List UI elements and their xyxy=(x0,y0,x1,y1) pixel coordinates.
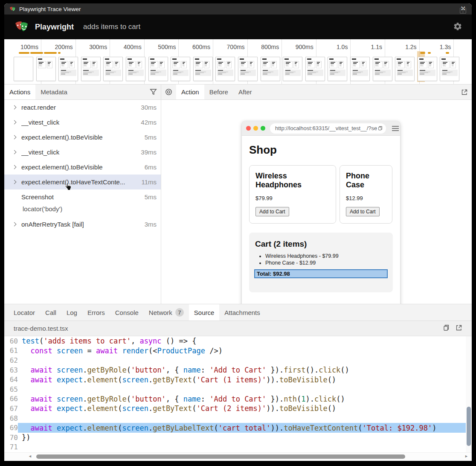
timeline-thumbnail[interactable] xyxy=(305,57,325,81)
timeline-tick-label: 600ms xyxy=(180,44,210,50)
tab-actions[interactable]: Actions xyxy=(4,84,35,99)
tab-network[interactable]: Network7 xyxy=(144,304,189,320)
action-label: expect.element().toHaveTextConte... xyxy=(21,178,139,186)
timeline-thumbnail[interactable] xyxy=(373,57,392,81)
code-token: />) xyxy=(205,347,223,355)
timeline-thumbnail[interactable] xyxy=(36,57,56,81)
details-tab-bar: LocatorCallLogErrorsConsoleNetwork7Sourc… xyxy=(4,304,472,321)
tab-label-attachments: Attachments xyxy=(224,309,260,316)
settings-gear-icon[interactable] xyxy=(453,22,462,33)
tab-attachments[interactable]: Attachments xyxy=(219,304,265,320)
tab-label-action: Action xyxy=(181,88,199,96)
cart-item: Phone Case - $12.99 xyxy=(265,260,388,266)
action-row[interactable]: expect.element().toBeVisible5ms xyxy=(4,130,161,145)
add-to-cart-button[interactable]: Add to Cart xyxy=(255,207,289,216)
timeline-strip[interactable]: 100ms200ms300ms400ms500ms600ms700ms800ms… xyxy=(4,39,472,84)
scroll-left-icon[interactable]: ◄ xyxy=(28,454,32,458)
copy-icon[interactable] xyxy=(443,324,450,333)
action-item[interactable]: onAfterRetryTask [fail]3ms xyxy=(4,217,161,232)
code-token: await xyxy=(30,366,52,374)
action-item[interactable]: expect.element().toBeVisible6ms xyxy=(4,160,161,175)
target-icon[interactable] xyxy=(161,84,176,99)
timeline-thumbnail[interactable] xyxy=(14,57,33,81)
code-token: name xyxy=(183,366,201,374)
code-token: . xyxy=(148,404,153,413)
tab-before[interactable]: Before xyxy=(204,84,233,99)
action-item[interactable]: react.render30ms xyxy=(4,100,161,115)
split-view-icon[interactable] xyxy=(459,7,467,16)
horizontal-scrollbar-thumb[interactable] xyxy=(36,454,405,459)
vertical-scrollbar-thumb[interactable] xyxy=(467,407,471,446)
timeline-thumbnail[interactable] xyxy=(81,57,101,81)
action-label: Screenshot xyxy=(21,193,142,201)
line-number: 69 xyxy=(4,424,18,432)
tab-metadata[interactable]: Metadata xyxy=(35,84,73,99)
tab-call[interactable]: Call xyxy=(40,304,61,320)
code-token: getByRole xyxy=(87,366,127,374)
timeline-thumbnail[interactable] xyxy=(215,57,235,81)
menu-icon[interactable] xyxy=(392,126,399,131)
action-row[interactable]: onAfterRetryTask [fail]3ms xyxy=(4,217,161,232)
action-row[interactable]: Screenshot5ms xyxy=(4,189,161,204)
action-item[interactable]: expect.element().toBeVisible5ms xyxy=(4,130,161,145)
action-row[interactable]: __vitest_click42ms xyxy=(4,115,161,130)
action-item[interactable]: expect.element().toHaveTextConte...11ms xyxy=(4,175,161,189)
vertical-scrollbar[interactable]: ▲ ▼ xyxy=(466,336,472,452)
timeline-thumbnail[interactable] xyxy=(328,57,347,81)
code-token xyxy=(22,395,30,403)
tab-after[interactable]: After xyxy=(233,84,257,99)
timeline-thumbnail[interactable] xyxy=(238,57,258,81)
tab-label-console: Console xyxy=(115,309,139,316)
external-link-icon[interactable] xyxy=(457,84,472,99)
action-item[interactable]: Screenshot5mslocator('body') xyxy=(4,189,161,217)
copy-url-icon[interactable] xyxy=(377,125,383,131)
timeline-thumbnail[interactable] xyxy=(261,57,280,81)
filter-icon[interactable] xyxy=(146,84,161,99)
tab-action[interactable]: Action xyxy=(176,84,204,99)
scroll-right-icon[interactable]: ► xyxy=(464,454,468,458)
action-duration: 11ms xyxy=(141,178,157,186)
timeline-thumbnail[interactable] xyxy=(126,57,145,81)
timeline-thumbnail[interactable] xyxy=(103,57,123,81)
code-token: getByRole xyxy=(87,395,127,403)
code-token xyxy=(52,395,57,403)
timeline-thumbnail[interactable] xyxy=(350,57,370,81)
timeline-thumbnail[interactable] xyxy=(193,57,213,81)
action-locator: locator('body') xyxy=(4,204,161,217)
timeline-thumbnail[interactable] xyxy=(418,57,437,81)
actions-toolbar: ActionsMetadata xyxy=(4,84,161,100)
timeline-thumbnail[interactable] xyxy=(283,57,302,81)
timeline-thumbnail[interactable] xyxy=(148,57,168,81)
timeline-thumbnail[interactable] xyxy=(395,57,415,81)
code-line: 65 xyxy=(4,384,466,394)
tab-locator[interactable]: Locator xyxy=(9,304,40,320)
timeline-tick-label: 500ms xyxy=(145,44,176,50)
code-token xyxy=(52,424,57,432)
code-token: render xyxy=(122,347,148,355)
code-token: )). xyxy=(266,404,279,413)
code-token: ( xyxy=(127,366,131,374)
title-bar: Playwright Trace Viewer ✕ xyxy=(4,3,472,15)
timeline-thumbnail[interactable] xyxy=(171,57,190,81)
action-row[interactable]: react.render30ms xyxy=(4,100,161,115)
action-item[interactable]: __vitest_click39ms xyxy=(4,145,161,160)
action-row[interactable]: __vitest_click39ms xyxy=(4,145,161,160)
code-token: click xyxy=(319,366,340,374)
timeline-action-bar xyxy=(44,52,57,54)
horizontal-scrollbar[interactable]: ◄ ► xyxy=(4,452,472,460)
timeline-thumbnail[interactable] xyxy=(58,57,78,81)
address-bar[interactable]: http://localhost:63315/__vitest_test__/?… xyxy=(270,123,386,134)
tab-source[interactable]: Source xyxy=(189,304,220,320)
add-to-cart-button[interactable]: Add to Cart xyxy=(346,207,380,216)
tab-errors[interactable]: Errors xyxy=(82,304,110,320)
code-token: screen xyxy=(57,347,83,355)
tab-console[interactable]: Console xyxy=(110,304,144,320)
tab-log[interactable]: Log xyxy=(61,304,82,320)
timeline-thumbnail[interactable] xyxy=(440,57,459,81)
action-item[interactable]: __vitest_click42ms xyxy=(4,115,161,130)
external-link-icon[interactable] xyxy=(456,324,462,333)
action-duration: 5ms xyxy=(145,193,157,201)
network-badge: 7 xyxy=(175,308,184,317)
action-row[interactable]: expect.element().toHaveTextConte...11ms xyxy=(4,175,161,189)
action-row[interactable]: expect.element().toBeVisible6ms xyxy=(4,160,161,175)
